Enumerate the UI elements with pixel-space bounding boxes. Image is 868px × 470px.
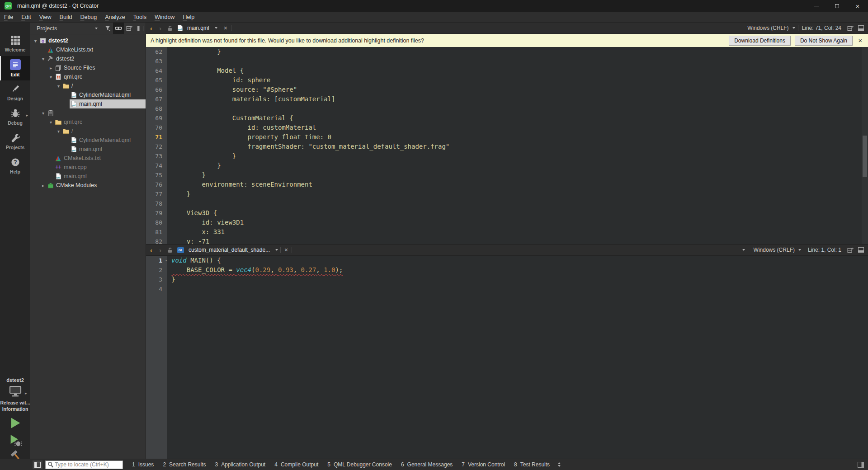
code-line[interactable]: y: -71 bbox=[167, 237, 868, 244]
line-ending-selector[interactable]: Windows (CRLF) bbox=[744, 25, 792, 31]
menu-file[interactable]: File bbox=[0, 12, 17, 22]
tree-item-cmakelists.txt[interactable]: CMakeLists.txt bbox=[30, 154, 146, 163]
code-line[interactable]: } bbox=[167, 47, 868, 56]
menu-analyze[interactable]: Analyze bbox=[101, 12, 129, 22]
mode-help[interactable]: ?Help bbox=[0, 154, 30, 178]
go-forward-button[interactable]: › bbox=[156, 24, 165, 32]
mode-edit[interactable]: Edit bbox=[0, 56, 30, 80]
code-line[interactable]: property float time: 0 bbox=[167, 132, 868, 142]
output-pane-arrows-button[interactable] bbox=[554, 462, 564, 467]
download-definitions-button[interactable]: Download Definitions bbox=[729, 36, 791, 46]
code-line[interactable]: } bbox=[167, 170, 868, 180]
tree-item-main.cpp[interactable]: ++main.cpp bbox=[30, 163, 146, 172]
editor-scrollbar[interactable] bbox=[862, 47, 868, 244]
code-line[interactable]: } bbox=[167, 189, 868, 199]
output-pane-issues[interactable]: 1Issues bbox=[127, 461, 158, 468]
tree-item-source-files[interactable]: ▸Source Files bbox=[30, 63, 146, 72]
go-back-button[interactable]: ‹ bbox=[146, 24, 156, 32]
close-window-button[interactable]: × bbox=[847, 0, 868, 12]
code-line[interactable]: Model { bbox=[167, 66, 868, 75]
build-button[interactable] bbox=[9, 450, 21, 459]
menu-tools[interactable]: Tools bbox=[129, 12, 151, 22]
tree-item-dstest2[interactable]: ▾dstest2 bbox=[30, 36, 146, 45]
close-split-button[interactable] bbox=[856, 25, 868, 31]
notification-close-button[interactable]: × bbox=[853, 37, 868, 44]
output-pane-general-messages[interactable]: 6General Messages bbox=[396, 461, 457, 468]
code-line[interactable]: id: view3D1 bbox=[167, 218, 868, 227]
menu-debug[interactable]: Debug bbox=[76, 12, 101, 22]
code-line[interactable]: } bbox=[167, 151, 868, 161]
close-document-button[interactable]: × bbox=[281, 246, 292, 254]
locator-input[interactable] bbox=[55, 461, 123, 468]
tree-expander-icon[interactable]: ▾ bbox=[32, 38, 39, 43]
code-editor-top[interactable]: 6263646566676869707172737475767778798081… bbox=[146, 47, 868, 244]
tree-expander-icon[interactable]: ▾ bbox=[55, 129, 62, 134]
kit-target-button[interactable]: ▸ bbox=[8, 385, 23, 397]
output-pane-qml-debugger-console[interactable]: 5QML Debugger Console bbox=[323, 461, 396, 468]
close-split-button[interactable] bbox=[856, 247, 868, 253]
code-line[interactable]: id: customMaterial bbox=[167, 123, 868, 132]
tree-item-qml.qrc[interactable]: ▾qml.qrc bbox=[30, 72, 146, 81]
tree-expander-icon[interactable]: ▸ bbox=[47, 66, 54, 70]
split-editor-button[interactable] bbox=[845, 247, 856, 253]
close-sidebar-button[interactable] bbox=[135, 23, 146, 34]
tree-item-cmakelists.txt[interactable]: CMakeLists.txt bbox=[30, 45, 146, 54]
output-pane-application-output[interactable]: 3Application Output bbox=[210, 461, 270, 468]
code-line[interactable]: BASE_COLOR = vec4(0.29, 0.93, 0.27, 1.0)… bbox=[167, 265, 868, 275]
tree-item-cylindermaterial.qml[interactable]: qmlCylinderMaterial.qml bbox=[30, 136, 146, 145]
tree-item-main.qml[interactable]: qmlmain.qml bbox=[30, 172, 146, 181]
tree-item--file-system-[interactable]: ▾ bbox=[30, 108, 146, 118]
open-document-title[interactable]: main.qml bbox=[187, 25, 209, 31]
tree-expander-icon[interactable]: ▸ bbox=[40, 183, 47, 188]
tree-item--[interactable]: ▾/ bbox=[30, 81, 146, 90]
lock-button[interactable] bbox=[165, 247, 175, 253]
code-line[interactable]: } bbox=[167, 161, 868, 170]
menu-edit[interactable]: Edit bbox=[17, 12, 35, 22]
document-dropdown[interactable] bbox=[212, 27, 220, 29]
tree-item-cylindermaterial.qml[interactable]: qmlCylinderMaterial.qml bbox=[30, 90, 146, 99]
code-line[interactable]: CustomMaterial { bbox=[167, 113, 868, 123]
do-not-show-again-button[interactable]: Do Not Show Again bbox=[795, 36, 853, 46]
go-back-button[interactable]: ‹ bbox=[146, 246, 156, 254]
tree-item-cmake-modules[interactable]: ▸CMake Modules bbox=[30, 181, 146, 190]
filter-button[interactable] bbox=[102, 23, 113, 34]
splitter-dropdown[interactable] bbox=[740, 249, 747, 251]
code-line[interactable] bbox=[167, 199, 868, 208]
editor-scrollbar-thumb[interactable] bbox=[863, 136, 867, 177]
mode-welcome[interactable]: Welcome bbox=[0, 32, 30, 56]
split-editor-button[interactable] bbox=[845, 25, 856, 31]
code-line[interactable]: source: "#Sphere" bbox=[167, 85, 868, 94]
output-pane-compile-output[interactable]: 4Compile Output bbox=[270, 461, 323, 468]
mode-projects[interactable]: Projects bbox=[0, 129, 30, 154]
menu-view[interactable]: View bbox=[35, 12, 56, 22]
run-button[interactable] bbox=[9, 416, 22, 430]
mode-design[interactable]: Design bbox=[0, 80, 30, 105]
output-pane-test-results[interactable]: 8Test Results bbox=[509, 461, 554, 468]
code-line[interactable]: x: 331 bbox=[167, 227, 868, 237]
tree-expander-icon[interactable]: ▾ bbox=[47, 75, 54, 80]
tree-item-main.qml[interactable]: qmlmain.qml bbox=[30, 145, 146, 154]
toggle-left-sidebar-button[interactable] bbox=[33, 461, 42, 469]
document-dropdown[interactable] bbox=[273, 249, 280, 251]
line-ending-selector[interactable]: Windows (CRLF) bbox=[750, 247, 798, 253]
lock-button[interactable] bbox=[165, 25, 175, 31]
code-line[interactable] bbox=[167, 56, 868, 66]
output-pane-version-control[interactable]: 7Version Control bbox=[457, 461, 509, 468]
maximize-button[interactable] bbox=[826, 0, 847, 12]
tree-expander-icon[interactable]: ▾ bbox=[47, 120, 54, 125]
toggle-right-sidebar-button[interactable] bbox=[858, 462, 868, 468]
panel-mode-dropdown[interactable] bbox=[91, 23, 102, 34]
output-pane-search-results[interactable]: 2Search Results bbox=[158, 461, 210, 468]
minimize-button[interactable] bbox=[806, 0, 826, 12]
sync-with-editor-button[interactable] bbox=[113, 23, 124, 34]
code-line[interactable]: fragmentShader: "custom_material_default… bbox=[167, 142, 868, 151]
go-forward-button[interactable]: › bbox=[156, 246, 165, 254]
tree-expander-icon[interactable]: ▾ bbox=[40, 111, 47, 116]
menu-build[interactable]: Build bbox=[56, 12, 76, 22]
mode-debug[interactable]: Debug▸ bbox=[0, 105, 30, 129]
open-document-title[interactable]: custom_material_default_shade... bbox=[189, 247, 270, 253]
tree-expander-icon[interactable]: ▾ bbox=[40, 56, 47, 61]
split-panel-button[interactable] bbox=[124, 23, 135, 34]
menu-help[interactable]: Help bbox=[179, 12, 198, 22]
menu-window[interactable]: Window bbox=[151, 12, 179, 22]
